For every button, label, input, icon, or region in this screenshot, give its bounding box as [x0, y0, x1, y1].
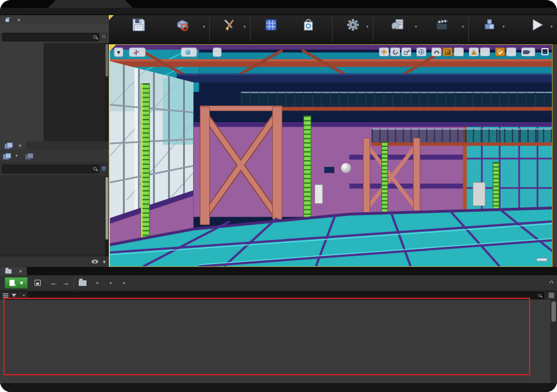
lit-sphere-icon — [185, 50, 190, 55]
levels-panel: × ▾ — [0, 141, 109, 267]
rotate-tool-button[interactable] — [390, 47, 400, 56]
dark-box — [324, 167, 334, 173]
modes-icon — [223, 18, 237, 34]
source-control-button[interactable]: ▾ — [159, 17, 206, 35]
viewport-options-button[interactable]: ▾ — [114, 47, 123, 57]
scrollbar-thumb[interactable] — [551, 302, 556, 322]
cinematics-button[interactable]: ▾ — [418, 17, 465, 35]
search-classes-input[interactable] — [6, 35, 90, 40]
blueprints-icon — [391, 18, 405, 34]
chevron-down-icon[interactable]: ▾ — [243, 25, 246, 29]
gray-door — [473, 183, 485, 206]
play-button[interactable]: ▾ — [520, 17, 554, 35]
close-icon[interactable]: × — [18, 142, 22, 149]
search-levels-box[interactable] — [2, 165, 99, 173]
search-icon — [93, 167, 97, 170]
search-assets-box[interactable] — [28, 292, 544, 299]
viewport-right-edge — [553, 44, 557, 267]
scale-tool-button[interactable] — [401, 47, 411, 56]
asset-grid-scrollbar[interactable] — [550, 300, 557, 383]
chevron-down-icon[interactable]: ▾ — [462, 25, 464, 29]
chevron-down-icon[interactable]: ▾ — [16, 154, 18, 158]
current-level-badge[interactable] — [536, 258, 548, 261]
surface-snap-button[interactable] — [431, 47, 441, 56]
viewport-3d-scene[interactable] — [110, 45, 553, 266]
show-button[interactable] — [213, 47, 222, 57]
angle-icon — [471, 50, 477, 55]
window-title-tab[interactable] — [48, 0, 133, 8]
world-local-toggle[interactable] — [416, 47, 426, 56]
levels-grip-icon[interactable] — [101, 166, 107, 172]
sources-panel-icon[interactable] — [3, 293, 8, 298]
grid-snap-value[interactable] — [454, 47, 464, 56]
chevron-down-icon[interactable]: ▾ — [415, 25, 417, 29]
camera-icon — [523, 50, 529, 54]
breadcrumb-arrow-icon: ▸ — [97, 280, 99, 285]
content-button[interactable] — [254, 17, 287, 35]
place-actors-header — [0, 24, 109, 32]
search-levels-input[interactable] — [6, 166, 90, 172]
settings-button[interactable]: ▾ — [336, 17, 369, 35]
modes-button[interactable]: ▾ — [213, 17, 247, 35]
place-actors-icon — [4, 17, 11, 23]
rotation-snap-button[interactable] — [469, 47, 479, 56]
lit-mode-button[interactable] — [181, 47, 197, 57]
chevron-down-icon[interactable]: ▾ — [366, 25, 368, 29]
main-toolbar: ▾ ▾ ▾ ▾ — [109, 15, 557, 44]
perspective-button[interactable] — [129, 47, 146, 57]
search-assets-input[interactable] — [31, 293, 536, 298]
menubar — [0, 8, 557, 15]
camera-speed-button[interactable] — [521, 47, 535, 56]
scale-icon — [404, 50, 409, 55]
folder-icon — [5, 269, 11, 274]
sphere-actor — [341, 163, 351, 173]
content-browser-tab[interactable]: × — [0, 267, 27, 275]
wrench-icon — [498, 50, 503, 55]
content-browser-panel: × ▾ ← → ▸ ▸ ▸ — [0, 267, 557, 392]
save-search-icon[interactable] — [549, 293, 554, 298]
clapperboard-icon — [435, 18, 449, 34]
panel-grip-icon[interactable] — [101, 34, 107, 40]
scrollbar-thumb[interactable] — [105, 44, 108, 77]
search-classes-box[interactable] — [2, 33, 99, 41]
levels-dropdown-icon — [3, 153, 10, 159]
translate-tool-button[interactable] — [379, 47, 389, 56]
open-folder-icon — [79, 280, 87, 286]
chevron-down-icon[interactable]: ▾ — [203, 25, 205, 29]
view-options-button[interactable]: ▾ — [92, 259, 105, 265]
levels-scrollbar[interactable] — [105, 176, 109, 256]
grid-snap-button[interactable] — [443, 47, 453, 56]
build-button[interactable]: ▾ — [472, 17, 506, 35]
maximize-viewport-button[interactable] — [541, 48, 549, 55]
close-icon[interactable]: × — [17, 17, 21, 23]
chevron-down-icon[interactable]: ▾ — [23, 293, 25, 298]
save-all-button[interactable] — [32, 277, 46, 289]
levels-icon — [4, 142, 12, 149]
close-icon[interactable]: × — [19, 268, 22, 274]
back-button[interactable]: ← — [50, 279, 57, 286]
place-actors-scrollbar[interactable] — [105, 43, 109, 141]
scale-snap-value[interactable] — [506, 47, 516, 56]
play-icon — [530, 18, 544, 34]
level-viewport[interactable]: ▾ — [109, 44, 553, 267]
place-actors-tab[interactable]: × — [0, 15, 25, 24]
levels-tool-icon[interactable] — [25, 153, 32, 159]
rotation-snap-value[interactable] — [480, 47, 490, 56]
scale-snap-button[interactable] — [495, 47, 505, 56]
viewport-snap-toolbar — [379, 47, 535, 56]
forward-button[interactable]: → — [62, 279, 69, 286]
content-browser-statusbar — [0, 383, 557, 392]
scrollbar-thumb[interactable] — [105, 177, 108, 240]
save-current-button[interactable] — [118, 17, 159, 35]
floppy-icon — [35, 280, 41, 286]
globe-icon — [419, 49, 424, 55]
blueprints-button[interactable]: ▾ — [377, 17, 418, 35]
breadcrumb-arrow-icon[interactable]: ▸ — [123, 280, 126, 285]
content-grid-icon — [264, 18, 278, 34]
marketplace-button[interactable] — [287, 17, 329, 35]
add-import-button[interactable]: ▾ — [4, 277, 28, 289]
chevron-down-icon[interactable]: ▾ — [550, 25, 553, 29]
chevron-down-icon[interactable]: ▾ — [502, 25, 505, 29]
filter-funnel-icon[interactable] — [12, 294, 16, 297]
levels-tab[interactable]: × — [0, 141, 26, 149]
